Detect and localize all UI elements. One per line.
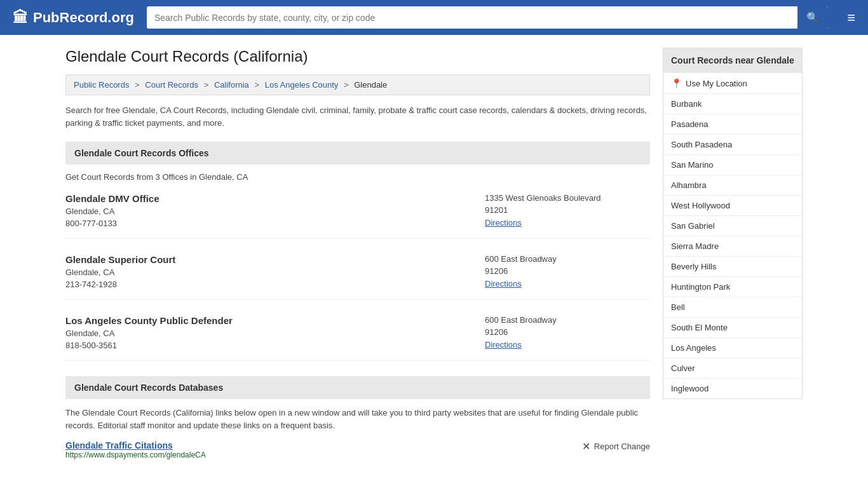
sidebar-box: Court Records near Glendale 📍 Use My Loc…: [663, 48, 803, 399]
breadcrumb-sep-1: >: [135, 80, 140, 90]
site-logo[interactable]: 🏛 PubRecord.org: [13, 9, 134, 27]
office-zip-public-defender: 91206: [485, 327, 650, 337]
offices-section-header: Glendale Court Records Offices: [65, 142, 650, 165]
offices-count: Get Court Records from 3 Offices in Glen…: [65, 172, 650, 182]
site-header: 🏛 PubRecord.org 🔍 ≡: [0, 0, 868, 35]
page-container: Glendale Court Records (California) Publ…: [53, 35, 815, 472]
directions-link-dmv[interactable]: Directions: [485, 218, 522, 227]
sidebar-item-south-el-monte[interactable]: South El Monte: [663, 317, 802, 337]
report-change-button[interactable]: ✕ Report Change: [582, 440, 650, 452]
sidebar-item-los-angeles[interactable]: Los Angeles: [663, 337, 802, 358]
office-left-dmv: Glendale DMV Office Glendale, CA 800-777…: [65, 193, 485, 228]
office-right-public-defender: 600 East Broadway 91206 Directions: [485, 315, 650, 350]
sidebar-item-san-marino[interactable]: San Marino: [663, 154, 802, 175]
office-name-superior-court: Glendale Superior Court: [65, 254, 485, 265]
db-title: Glendale Traffic Citations: [65, 440, 206, 451]
sidebar-item-alhambra[interactable]: Alhambra: [663, 175, 802, 195]
sidebar-item-san-gabriel[interactable]: San Gabriel: [663, 215, 802, 236]
page-description: Search for free Glendale, CA Court Recor…: [65, 104, 650, 129]
office-address-dmv: 1335 West Glenoaks Boulevard: [485, 193, 650, 203]
sidebar-item-beverly-hills[interactable]: Beverly Hills: [663, 256, 802, 276]
databases-section: Glendale Court Records Databases The Gle…: [65, 376, 650, 459]
sidebar-item-sierra-madre[interactable]: Sierra Madre: [663, 236, 802, 256]
sidebar-item-burbank[interactable]: Burbank: [663, 93, 802, 114]
search-bar: 🔍: [147, 6, 828, 29]
search-input[interactable]: [147, 8, 797, 28]
office-phone-dmv: 800-777-0133: [65, 219, 485, 228]
db-title-link[interactable]: Glendale Traffic Citations: [65, 440, 173, 451]
db-entry-traffic-citations: Glendale Traffic Citations https://www.d…: [65, 440, 650, 459]
directions-link-superior-court[interactable]: Directions: [485, 279, 522, 288]
logo-icon: 🏛: [13, 9, 28, 27]
db-entry-left: Glendale Traffic Citations https://www.d…: [65, 440, 206, 459]
office-city-dmv: Glendale, CA: [65, 207, 485, 216]
office-entry-public-defender: Los Angeles County Public Defender Glend…: [65, 315, 650, 361]
sidebar-item-west-hollywood[interactable]: West Hollywood: [663, 195, 802, 215]
office-phone-superior-court: 213-742-1928: [65, 280, 485, 289]
sidebar-item-bell[interactable]: Bell: [663, 297, 802, 317]
breadcrumb-public-records[interactable]: Public Records: [74, 80, 129, 90]
directions-link-public-defender[interactable]: Directions: [485, 340, 522, 349]
office-city-superior-court: Glendale, CA: [65, 268, 485, 277]
office-right-superior-court: 600 East Broadway 91206 Directions: [485, 254, 650, 289]
breadcrumb-court-records[interactable]: Court Records: [145, 80, 198, 90]
sidebar-use-location[interactable]: 📍 Use My Location: [663, 72, 802, 93]
office-name-dmv: Glendale DMV Office: [65, 193, 485, 204]
office-left-superior-court: Glendale Superior Court Glendale, CA 213…: [65, 254, 485, 289]
office-left-public-defender: Los Angeles County Public Defender Glend…: [65, 315, 485, 350]
breadcrumb: Public Records > Court Records > Califor…: [65, 74, 650, 95]
breadcrumb-california[interactable]: California: [214, 80, 249, 90]
menu-icon[interactable]: ≡: [847, 10, 855, 26]
db-url: https://www.dspayments.com/glendaleCA: [65, 451, 206, 459]
sidebar-item-culver[interactable]: Culver: [663, 358, 802, 378]
page-title: Glendale Court Records (California): [65, 48, 650, 65]
office-address-superior-court: 600 East Broadway: [485, 254, 650, 264]
sidebar-header: Court Records near Glendale: [663, 48, 802, 72]
breadcrumb-sep-3: >: [254, 80, 259, 90]
office-entry-dmv: Glendale DMV Office Glendale, CA 800-777…: [65, 193, 650, 239]
databases-section-header: Glendale Court Records Databases: [65, 376, 650, 399]
office-address-public-defender: 600 East Broadway: [485, 315, 650, 325]
search-button[interactable]: 🔍: [797, 6, 828, 29]
sidebar-item-inglewood[interactable]: Inglewood: [663, 378, 802, 398]
breadcrumb-la-county[interactable]: Los Angeles County: [265, 80, 339, 90]
report-change-label: Report Change: [594, 442, 650, 451]
office-phone-public-defender: 818-500-3561: [65, 341, 485, 350]
sidebar-item-huntington-park[interactable]: Huntington Park: [663, 276, 802, 297]
logo-text: PubRecord.org: [33, 10, 134, 26]
sidebar-item-south-pasadena[interactable]: South Pasadena: [663, 134, 802, 154]
office-entry-superior-court: Glendale Superior Court Glendale, CA 213…: [65, 254, 650, 300]
main-content: Glendale Court Records (California) Publ…: [65, 48, 650, 459]
sidebar-item-pasadena[interactable]: Pasadena: [663, 114, 802, 134]
location-pin-icon: 📍: [671, 78, 682, 88]
office-right-dmv: 1335 West Glenoaks Boulevard 91201 Direc…: [485, 193, 650, 228]
breadcrumb-current: Glendale: [354, 80, 387, 90]
breadcrumb-sep-4: >: [344, 80, 349, 90]
office-name-public-defender: Los Angeles County Public Defender: [65, 315, 485, 326]
report-icon: ✕: [582, 440, 590, 452]
office-zip-dmv: 91201: [485, 205, 650, 215]
breadcrumb-sep-2: >: [204, 80, 209, 90]
sidebar: Court Records near Glendale 📍 Use My Loc…: [663, 48, 803, 459]
office-zip-superior-court: 91206: [485, 266, 650, 276]
use-location-label: Use My Location: [686, 79, 747, 88]
databases-description: The Glendale Court Records (California) …: [65, 407, 650, 431]
office-city-public-defender: Glendale, CA: [65, 329, 485, 338]
